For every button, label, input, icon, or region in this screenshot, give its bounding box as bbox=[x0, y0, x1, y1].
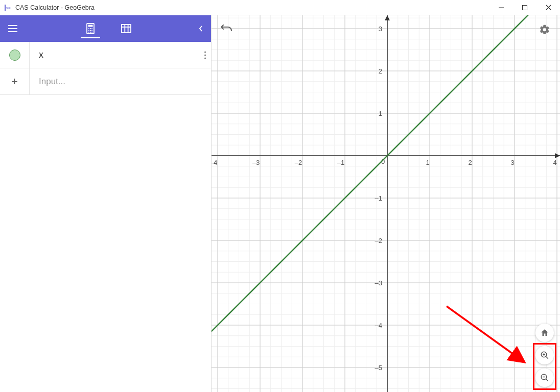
svg-text:2: 2 bbox=[379, 67, 382, 75]
view-tabs bbox=[26, 15, 191, 42]
calculator-icon bbox=[85, 23, 96, 34]
svg-text:2: 2 bbox=[468, 159, 472, 166]
svg-text:–5: –5 bbox=[375, 364, 382, 372]
svg-rect-0 bbox=[5, 5, 6, 11]
svg-text:4: 4 bbox=[553, 159, 556, 166]
svg-text:1: 1 bbox=[379, 110, 382, 117]
undo-button[interactable] bbox=[220, 22, 234, 37]
svg-text:x=: x= bbox=[6, 6, 11, 10]
main-area: x + Input... –4–3–2–101234–5–4–3–2–1123 bbox=[0, 15, 560, 392]
svg-point-19 bbox=[91, 32, 92, 33]
svg-marker-113 bbox=[555, 153, 560, 158]
tab-cas[interactable] bbox=[83, 15, 98, 42]
graph-canvas[interactable]: –4–3–2–101234–5–4–3–2–1123 bbox=[212, 15, 560, 392]
minimize-button[interactable] bbox=[489, 0, 513, 15]
home-view-button[interactable] bbox=[535, 324, 554, 342]
expression-row[interactable]: x bbox=[0, 42, 211, 68]
svg-text:1: 1 bbox=[426, 159, 429, 166]
svg-rect-10 bbox=[88, 25, 92, 27]
window-title: CAS Calculator - GeoGebra bbox=[15, 4, 489, 11]
plus-icon: + bbox=[11, 75, 18, 88]
zoom-in-icon bbox=[540, 351, 549, 360]
svg-text:–4: –4 bbox=[212, 159, 217, 166]
add-row-button[interactable]: + bbox=[0, 68, 30, 94]
zoom-out-icon bbox=[540, 373, 549, 382]
svg-point-14 bbox=[88, 30, 89, 31]
close-button[interactable] bbox=[536, 0, 560, 15]
maximize-button[interactable] bbox=[513, 0, 536, 15]
svg-line-138 bbox=[546, 379, 548, 381]
algebra-panel: x + Input... bbox=[0, 15, 212, 392]
svg-text:–1: –1 bbox=[337, 159, 344, 166]
svg-text:–2: –2 bbox=[375, 237, 382, 244]
svg-text:–1: –1 bbox=[375, 194, 382, 202]
input-row[interactable]: + Input... bbox=[0, 68, 211, 95]
svg-text:–3: –3 bbox=[252, 159, 260, 166]
svg-text:3: 3 bbox=[510, 159, 514, 166]
zoom-in-button[interactable] bbox=[535, 346, 554, 364]
svg-text:–4: –4 bbox=[375, 322, 382, 329]
table-icon bbox=[121, 24, 131, 33]
gear-icon bbox=[539, 24, 550, 35]
svg-text:3: 3 bbox=[379, 25, 382, 33]
svg-text:–2: –2 bbox=[295, 159, 302, 166]
view-controls bbox=[535, 324, 554, 387]
svg-point-15 bbox=[90, 30, 91, 31]
collapse-panel-button[interactable] bbox=[191, 15, 211, 42]
zoom-out-button[interactable] bbox=[535, 369, 554, 387]
home-icon bbox=[540, 328, 549, 337]
svg-point-12 bbox=[90, 28, 91, 29]
menu-button[interactable] bbox=[0, 15, 26, 42]
svg-point-11 bbox=[88, 28, 89, 29]
input-field[interactable]: Input... bbox=[30, 68, 211, 94]
svg-rect-3 bbox=[523, 5, 527, 10]
expression-text[interactable]: x bbox=[30, 42, 211, 68]
chevron-left-icon bbox=[198, 25, 203, 32]
graphics-view[interactable]: –4–3–2–101234–5–4–3–2–1123 bbox=[212, 15, 560, 392]
settings-button[interactable] bbox=[538, 22, 552, 37]
svg-point-13 bbox=[91, 28, 92, 29]
window-controls bbox=[489, 0, 560, 15]
panel-toolbar bbox=[0, 15, 211, 42]
object-marble-icon bbox=[9, 50, 20, 61]
svg-point-18 bbox=[90, 32, 91, 33]
svg-line-134 bbox=[546, 356, 548, 359]
svg-rect-20 bbox=[122, 24, 131, 33]
svg-text:–3: –3 bbox=[375, 279, 382, 287]
tab-table[interactable] bbox=[119, 15, 134, 42]
undo-icon bbox=[221, 24, 233, 35]
visibility-toggle[interactable] bbox=[0, 42, 30, 68]
input-placeholder: Input... bbox=[39, 77, 65, 87]
window-titlebar: x= CAS Calculator - GeoGebra bbox=[0, 0, 560, 15]
row-menu-button[interactable] bbox=[204, 51, 206, 59]
app-icon: x= bbox=[2, 4, 12, 11]
svg-point-16 bbox=[91, 30, 92, 31]
svg-point-17 bbox=[88, 32, 89, 33]
